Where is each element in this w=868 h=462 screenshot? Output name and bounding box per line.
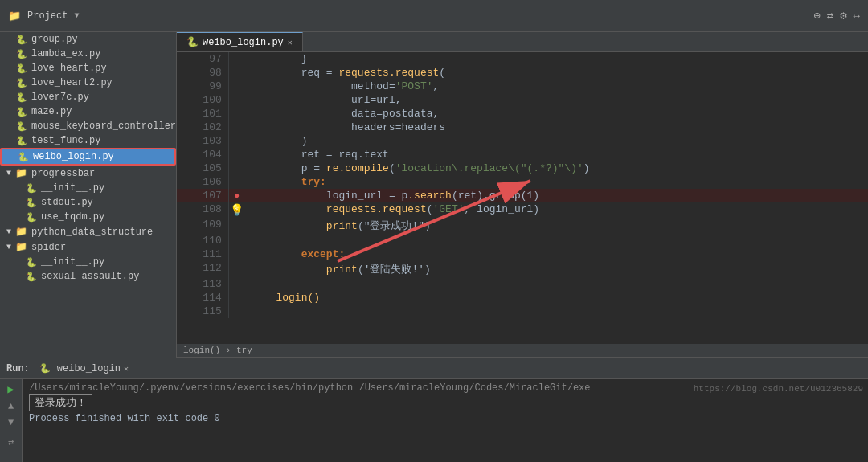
folder-arrow-icon: ▼ (6, 227, 11, 236)
line-content: except: (244, 247, 867, 261)
line-number: 112 (177, 261, 228, 277)
editor-tab-weibo-login[interactable]: 🐍 weibo_login.py ✕ (177, 32, 303, 51)
gutter-cell (228, 52, 244, 66)
run-label: Run: (6, 363, 30, 374)
file-icon: 🐍 (26, 272, 37, 282)
line-number: 98 (177, 66, 228, 80)
file-icon: 🐍 (26, 183, 37, 194)
code-editor[interactable]: 97 }98 req = requests.request(99 method=… (177, 52, 868, 344)
sidebar-item[interactable]: 🐍stdout.py (0, 195, 176, 210)
watermark: https://blog.csdn.net/u012365829 (694, 384, 863, 394)
gutter-cell (228, 134, 244, 148)
line-number: 101 (177, 107, 228, 121)
file-icon: 🐍 (16, 78, 27, 88)
file-icon: 🐍 (26, 257, 37, 268)
toolbar-add-icon[interactable]: ⊕ (813, 9, 820, 22)
sidebar-item[interactable]: 🐍maze.py (0, 104, 176, 119)
line-number: 109 (177, 218, 228, 234)
line-content (244, 277, 867, 291)
sidebar-item[interactable]: 🐍lambda_ex.py (0, 47, 176, 61)
file-label: weibo_login.py (33, 151, 114, 162)
file-icon: 🐍 (16, 92, 27, 103)
gutter-cell (228, 66, 244, 80)
toolbar-split-icon[interactable]: ↔ (854, 10, 860, 22)
line-content: ) (244, 134, 867, 148)
run-rerun-icon[interactable]: ⇄ (8, 436, 14, 448)
folder-label: spider (31, 242, 66, 253)
line-number: 115 (177, 305, 228, 318)
file-label: love_heart.py (31, 63, 107, 74)
line-content: login_url = p.search(ret).group(1) (244, 189, 867, 202)
file-label: lambda_ex.py (31, 48, 100, 59)
toolbar-sync-icon[interactable]: ⇄ (827, 9, 833, 22)
line-content: data=postdata, (244, 107, 867, 121)
run-down-icon[interactable]: ▼ (8, 417, 14, 428)
tab-close-icon[interactable]: ✕ (288, 38, 293, 47)
run-panel: Run: 🐍 weibo_login ✕ ▶ ▲ ▼ ⇄ /Users/mira… (0, 358, 868, 462)
toolbar-settings-icon[interactable]: ⚙ (840, 9, 846, 22)
sidebar-item[interactable]: 🐍sexual_assault.py (0, 269, 176, 284)
dropdown-icon: ▼ (74, 11, 79, 20)
gutter-cell (228, 175, 244, 189)
run-output: /Users/miracleYoung/.pyenv/versions/exer… (23, 379, 689, 462)
line-number: 106 (177, 175, 228, 189)
sidebar-item[interactable]: 🐍love_heart2.py (0, 76, 176, 90)
gutter-cell (228, 80, 244, 93)
gutter-cell (228, 277, 244, 291)
line-number: 104 (177, 148, 228, 161)
sidebar-item[interactable]: ▼📁spider (0, 239, 176, 255)
run-tab-name: weibo_login (57, 363, 121, 374)
file-label: maze.py (31, 106, 72, 117)
editor-wrapper: 🐍 weibo_login.py ✕ 97 }98 req = requests… (177, 32, 868, 358)
line-content: headers=headers (244, 121, 867, 134)
line-content: login() (244, 291, 867, 305)
line-content (244, 305, 867, 318)
line-number: 102 (177, 121, 228, 134)
file-label: love_heart2.py (31, 77, 113, 88)
project-folder-icon: 📁 (8, 10, 21, 22)
line-number: 103 (177, 134, 228, 148)
gutter-cell (228, 148, 244, 161)
gutter-cell (228, 218, 244, 234)
run-play-button[interactable]: ▶ (7, 382, 14, 396)
main-area: 🐍group.py🐍lambda_ex.py🐍love_heart.py🐍lov… (0, 32, 868, 358)
folder-label: python_data_structure (31, 227, 153, 238)
file-icon: 🐍 (186, 36, 199, 48)
file-icon: 🐍 (26, 198, 37, 208)
sidebar-item[interactable]: 🐍lover7c.py (0, 90, 176, 104)
run-tab-close[interactable]: ✕ (124, 364, 129, 374)
sidebar-item[interactable]: 🐍test_func.py (0, 133, 176, 148)
line-number: 100 (177, 93, 228, 107)
sidebar-item[interactable]: 🐍mouse_keyboard_controller.py (0, 119, 176, 133)
gutter-cell (228, 161, 244, 175)
line-content: print("登录成功!") (244, 218, 867, 234)
run-tab[interactable]: weibo_login ✕ (57, 363, 129, 374)
sidebar-item[interactable]: ▼📁python_data_structure (0, 224, 176, 239)
sidebar-item[interactable]: 🐍love_heart.py (0, 61, 176, 76)
watermark-area: https://blog.csdn.net/u012365829 (689, 379, 868, 462)
line-number: 111 (177, 247, 228, 261)
line-content: try: (244, 175, 867, 189)
sidebar-item[interactable]: 🐍use_tqdm.py (0, 210, 176, 224)
sidebar-item[interactable]: 🐍__init__.py (0, 181, 176, 195)
sidebar-item[interactable]: 🐍__init__.py (0, 255, 176, 269)
sidebar-item[interactable]: ▼📁progressbar (0, 166, 176, 181)
file-icon: 🐍 (16, 136, 27, 146)
gutter-cell (228, 305, 244, 318)
line-content: } (244, 52, 867, 66)
file-label: mouse_keyboard_controller.py (31, 121, 177, 132)
success-line: 登录成功！ (29, 394, 682, 411)
exit-text: Process finished with exit code 0 (29, 413, 682, 424)
breadcrumb-text: login() › try (183, 345, 252, 355)
sidebar-item[interactable]: 🐍group.py (0, 32, 176, 47)
file-icon: 🐍 (16, 107, 27, 117)
sidebar-item[interactable]: 🐍weibo_login.py (0, 148, 176, 166)
gutter-cell (228, 107, 244, 121)
tab-bar: 🐍 weibo_login.py ✕ (177, 32, 868, 52)
gutter-cell (228, 291, 244, 305)
line-content: requests.request('GET', login_url) (244, 202, 867, 218)
file-icon: 🐍 (16, 49, 27, 59)
run-up-icon[interactable]: ▲ (8, 401, 14, 412)
tab-filename: weibo_login.py (203, 37, 284, 48)
line-number: 99 (177, 80, 228, 93)
